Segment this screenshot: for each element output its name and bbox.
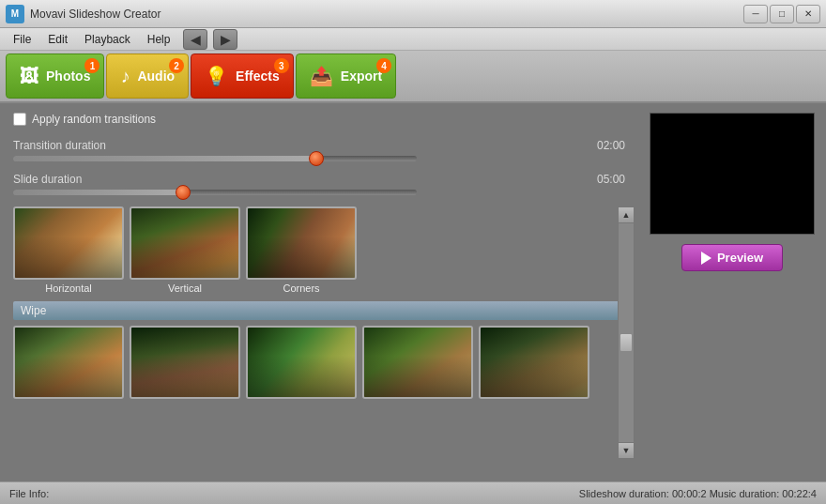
menu-playback[interactable]: Playback (77, 31, 138, 48)
transitions-area: Horizontal Vertical Corners Wipe (13, 206, 625, 422)
apply-random-checkbox[interactable] (13, 113, 26, 126)
tab-photos[interactable]: 🖼 Photos 1 (6, 53, 104, 99)
effects-tab-badge: 3 (274, 58, 289, 73)
menu-edit[interactable]: Edit (40, 31, 75, 48)
undo-button[interactable]: ◀ (183, 29, 207, 50)
right-panel: Preview (638, 103, 826, 481)
thumbnail-corners-label: Corners (283, 283, 319, 294)
minimize-button[interactable]: ─ (743, 5, 768, 23)
slide-duration-label: Slide duration (13, 173, 82, 186)
photos-tab-icon: 🖼 (20, 66, 38, 87)
slide-duration-value: 05:00 (597, 173, 625, 186)
left-panel: Apply random transitions Transition dura… (0, 103, 638, 481)
scroll-up-arrow[interactable]: ▲ (618, 206, 635, 223)
scroll-thumb[interactable] (620, 333, 633, 352)
thumbnail-corners[interactable]: Corners (246, 206, 357, 294)
tab-bar: 🖼 Photos 1 ♪ Audio 2 💡 Effects 3 📤 Expor… (0, 51, 826, 103)
file-info-label: File Info: (9, 488, 49, 499)
export-tab-label: Export (341, 69, 382, 84)
audio-tab-icon: ♪ (120, 66, 130, 87)
audio-tab-badge: 2 (169, 58, 184, 73)
scroll-track[interactable] (619, 223, 634, 442)
play-icon (701, 252, 711, 265)
preview-button-label: Preview (717, 251, 763, 265)
thumbnail-vertical-label: Vertical (168, 283, 202, 294)
preview-button[interactable]: Preview (681, 244, 783, 271)
slide-duration-slider[interactable] (13, 190, 417, 195)
title-bar: M Movavi Slideshow Creator ─ □ ✕ (0, 0, 826, 28)
app-title: Movavi Slideshow Creator (30, 8, 743, 21)
thumbnail-vertical[interactable]: Vertical (130, 206, 240, 294)
tab-audio[interactable]: ♪ Audio 2 (106, 53, 189, 99)
duration-info: Slideshow duration: 00:00:2 Music durati… (579, 488, 817, 499)
transition-duration-label: Transition duration (13, 139, 106, 152)
export-tab-badge: 4 (376, 58, 391, 73)
effects-tab-icon: 💡 (205, 65, 228, 87)
preview-screen (650, 113, 815, 235)
audio-tab-label: Audio (137, 69, 175, 84)
effects-tab-label: Effects (236, 69, 280, 84)
app-icon: M (6, 5, 24, 23)
status-bar: File Info: Slideshow duration: 00:00:2 M… (0, 481, 826, 504)
photos-tab-label: Photos (46, 69, 90, 84)
slide-duration-section: Slide duration 05:00 (13, 173, 625, 195)
transition-duration-value: 02:00 (597, 139, 625, 152)
thumbnail-horizontal-label: Horizontal (45, 283, 92, 294)
menu-file[interactable]: File (6, 31, 38, 48)
thumbnail-wipe-5[interactable] (479, 326, 589, 399)
scroll-down-arrow[interactable]: ▼ (618, 442, 635, 459)
wipe-section-header: Wipe (13, 301, 625, 320)
thumbnail-wipe-3[interactable] (246, 326, 357, 399)
menu-bar: File Edit Playback Help ◀ ▶ (0, 28, 826, 51)
thumbnail-wipe-4[interactable] (362, 326, 473, 399)
apply-random-row: Apply random transitions (13, 113, 625, 126)
photos-tab-badge: 1 (84, 58, 99, 73)
thumbnail-horizontal[interactable]: Horizontal (13, 206, 124, 294)
tab-export[interactable]: 📤 Export 4 (296, 53, 396, 99)
redo-button[interactable]: ▶ (213, 29, 237, 50)
maximize-button[interactable]: □ (770, 5, 794, 23)
wipe-thumb-row (13, 326, 625, 399)
transition-duration-section: Transition duration 02:00 (13, 139, 625, 161)
window-controls: ─ □ ✕ (743, 5, 820, 23)
apply-random-label: Apply random transitions (32, 113, 156, 126)
thumbnail-wipe-2[interactable] (130, 326, 240, 399)
thumbnail-wipe-1[interactable] (13, 326, 124, 399)
zoom-thumb-row: Horizontal Vertical Corners (13, 206, 625, 294)
tab-effects[interactable]: 💡 Effects 3 (191, 53, 294, 99)
export-tab-icon: 📤 (310, 65, 333, 87)
scrollbar[interactable]: ▲ ▼ (618, 206, 635, 459)
transition-duration-slider[interactable] (13, 156, 417, 161)
close-button[interactable]: ✕ (796, 5, 820, 23)
menu-help[interactable]: Help (140, 31, 178, 48)
main-content: Apply random transitions Transition dura… (0, 103, 826, 481)
